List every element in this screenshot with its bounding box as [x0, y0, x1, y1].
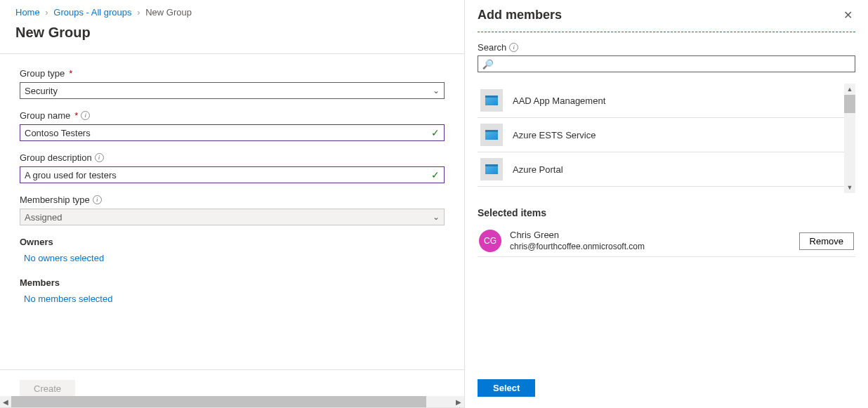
- panel-title: Add members: [478, 8, 562, 22]
- create-button: Create: [20, 380, 75, 397]
- group-type-select[interactable]: Security ⌄: [20, 82, 445, 99]
- close-icon[interactable]: ✕: [841, 6, 855, 25]
- selected-heading: Selected items: [478, 207, 855, 218]
- scroll-thumb[interactable]: [11, 396, 426, 407]
- search-input[interactable]: 🔍: [478, 55, 855, 72]
- info-icon[interactable]: i: [81, 111, 90, 120]
- result-item[interactable]: AAD App Management: [478, 84, 855, 118]
- add-members-panel: Add members ✕ Search i 🔍 AAD App Managem…: [465, 0, 868, 408]
- checkmark-icon: ✓: [431, 169, 440, 180]
- selected-item: CG Chris Green chris@fourthcoffee.onmicr…: [478, 225, 855, 257]
- result-name: AAD App Management: [513, 96, 605, 106]
- select-button[interactable]: Select: [478, 379, 535, 397]
- scroll-down-arrow[interactable]: ▼: [844, 182, 855, 193]
- required-marker: *: [74, 110, 78, 121]
- members-heading: Members: [20, 277, 445, 288]
- scroll-left-arrow[interactable]: ◀: [0, 396, 11, 407]
- search-text-field[interactable]: [497, 59, 850, 70]
- remove-button[interactable]: Remove: [799, 232, 854, 250]
- selected-name: Chris Green: [510, 230, 791, 242]
- breadcrumb-current: New Group: [145, 7, 192, 18]
- horizontal-scrollbar[interactable]: ◀ ▶: [0, 396, 464, 407]
- breadcrumb-groups[interactable]: Groups - All groups: [53, 7, 131, 18]
- app-icon: [480, 158, 503, 180]
- result-name: Azure Portal: [513, 164, 563, 175]
- group-description-label: Group description i: [20, 152, 445, 163]
- membership-type-select: Assigned ⌄: [20, 209, 445, 225]
- info-icon[interactable]: i: [95, 153, 104, 162]
- info-icon[interactable]: i: [93, 195, 102, 204]
- group-name-input[interactable]: Contoso Testers ✓: [20, 124, 445, 141]
- page-title: New Group: [0, 22, 464, 53]
- form-area: Group type * Security ⌄ Group name * i C…: [0, 53, 464, 369]
- membership-type-label: Membership type i: [20, 195, 445, 205]
- vertical-scrollbar[interactable]: ▲ ▼: [844, 84, 855, 193]
- owners-heading: Owners: [20, 237, 445, 247]
- chevron-right-icon: ›: [45, 7, 48, 18]
- app-icon: [480, 89, 503, 112]
- breadcrumb-home[interactable]: Home: [15, 7, 40, 18]
- required-marker: *: [69, 68, 72, 79]
- results-list: AAD App Management Azure ESTS Service Az…: [478, 84, 855, 193]
- chevron-right-icon: ›: [137, 7, 140, 18]
- info-icon[interactable]: i: [509, 43, 518, 52]
- divider: [478, 32, 855, 32]
- breadcrumb: Home › Groups - All groups › New Group: [0, 0, 464, 22]
- scroll-thumb[interactable]: [844, 95, 855, 113]
- result-item[interactable]: Azure ESTS Service: [478, 118, 855, 152]
- selected-email: chris@fourthcoffee.onmicrosoft.com: [510, 242, 791, 253]
- group-name-label: Group name * i: [20, 110, 445, 121]
- avatar: CG: [479, 230, 501, 252]
- no-owners-selected-link[interactable]: No owners selected: [20, 250, 108, 266]
- checkmark-icon: ✓: [431, 127, 440, 138]
- new-group-panel: Home › Groups - All groups › New Group N…: [0, 0, 465, 408]
- no-members-selected-link[interactable]: No members selected: [20, 291, 117, 307]
- search-icon: 🔍: [482, 59, 494, 70]
- scroll-right-arrow[interactable]: ▶: [453, 396, 464, 407]
- group-description-input[interactable]: A grou used for testers ✓: [20, 166, 445, 183]
- result-name: Azure ESTS Service: [513, 130, 596, 140]
- result-item[interactable]: Azure Portal: [478, 152, 855, 187]
- group-type-label: Group type *: [20, 68, 445, 79]
- chevron-down-icon: ⌄: [433, 212, 440, 222]
- scroll-up-arrow[interactable]: ▲: [844, 84, 855, 95]
- app-icon: [480, 124, 503, 146]
- search-label: Search i: [478, 42, 855, 53]
- chevron-down-icon: ⌄: [433, 86, 440, 96]
